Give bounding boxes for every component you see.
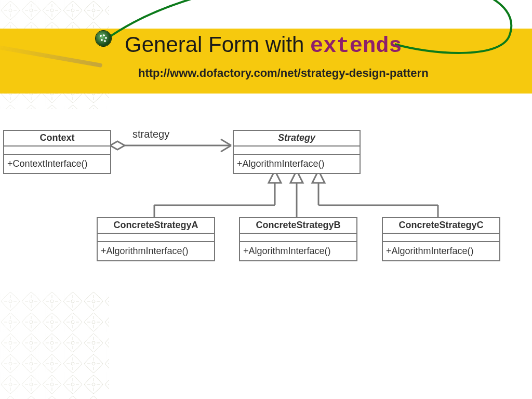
title-keyword: extends [310, 34, 402, 59]
slide-subtitle: http://www.dofactory.com/net/strategy-de… [138, 66, 429, 80]
svg-rect-4 [0, 291, 109, 399]
association-label: strategy [132, 128, 169, 140]
uml-class-strategy: Strategy +AlgorithmInterface() [233, 130, 361, 174]
class-attrs [4, 147, 110, 155]
class-name: ConcreteStrategyB [240, 218, 356, 234]
uml-class-context: Context +ContextInterface() [3, 130, 111, 174]
class-op: +AlgorithmInterface() [98, 242, 214, 260]
class-name: ConcreteStrategyC [383, 218, 499, 234]
svg-marker-6 [110, 141, 125, 150]
class-attrs [240, 234, 356, 242]
uml-class-concrete-c: ConcreteStrategyC +AlgorithmInterface() [382, 217, 500, 261]
class-name: ConcreteStrategyA [98, 218, 214, 234]
class-attrs [234, 147, 360, 155]
class-op: +ContextInterface() [4, 155, 110, 173]
ornament-bottom [0, 291, 109, 399]
bullet-icon [96, 31, 111, 46]
title-prefix: General Form with [125, 32, 310, 57]
class-op: +AlgorithmInterface() [383, 242, 499, 260]
class-name: Strategy [234, 131, 360, 147]
class-attrs [383, 234, 499, 242]
class-name: Context [4, 131, 110, 147]
class-attrs [98, 234, 214, 242]
class-op: +AlgorithmInterface() [240, 242, 356, 260]
uml-class-concrete-a: ConcreteStrategyA +AlgorithmInterface() [97, 217, 215, 261]
slide-title: General Form with extends [125, 32, 402, 59]
uml-class-concrete-b: ConcreteStrategyB +AlgorithmInterface() [239, 217, 357, 261]
class-op: +AlgorithmInterface() [234, 155, 360, 173]
